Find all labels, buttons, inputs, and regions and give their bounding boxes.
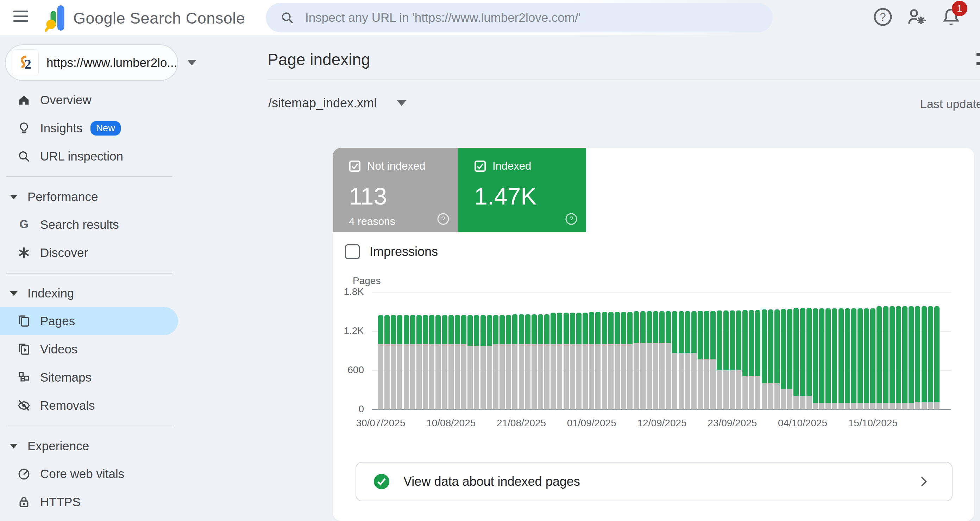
- chart-bar[interactable]: [429, 315, 434, 409]
- chart-bar[interactable]: [889, 306, 895, 409]
- chart-bar[interactable]: [755, 310, 760, 409]
- user-settings-icon[interactable]: [906, 6, 927, 27]
- chart-bar[interactable]: [404, 315, 409, 409]
- chart-bar[interactable]: [410, 315, 415, 409]
- impressions-toggle[interactable]: Impressions: [345, 244, 438, 259]
- chart-bar[interactable]: [921, 306, 927, 409]
- chart-bar[interactable]: [768, 309, 773, 409]
- sidebar-item-https[interactable]: HTTPS: [0, 488, 180, 516]
- unchecked-checkbox-icon[interactable]: [345, 244, 360, 259]
- sidebar-item-core-web-vitals[interactable]: Core web vitals: [0, 460, 180, 488]
- chart-bar[interactable]: [621, 312, 626, 409]
- chart-bar[interactable]: [557, 312, 562, 409]
- chart-bar[interactable]: [864, 308, 869, 409]
- chart-bar[interactable]: [615, 312, 620, 409]
- chart-bar[interactable]: [576, 312, 582, 409]
- clipped-export-icon[interactable]: [977, 62, 980, 65]
- chart-bar[interactable]: [838, 308, 844, 409]
- chart-bar[interactable]: [896, 306, 901, 409]
- chart-bar[interactable]: [474, 315, 479, 409]
- chart-bar[interactable]: [525, 314, 530, 409]
- sidebar-section-performance[interactable]: Performance: [0, 183, 180, 210]
- sidebar-item-removals[interactable]: Removals: [0, 392, 180, 420]
- chart-bar[interactable]: [685, 311, 690, 409]
- chart-bar[interactable]: [902, 306, 907, 409]
- chart-bar[interactable]: [570, 312, 575, 409]
- chart-bar[interactable]: [749, 310, 754, 409]
- chart-bar[interactable]: [691, 311, 697, 409]
- chart-bar[interactable]: [544, 314, 549, 409]
- chart-bar[interactable]: [781, 309, 786, 409]
- chart-bar[interactable]: [736, 311, 741, 409]
- sitemap-filter-dropdown[interactable]: /sitemap_index.xml: [268, 96, 406, 110]
- chart-bar[interactable]: [794, 308, 799, 409]
- clipped-export-icon[interactable]: [977, 53, 980, 56]
- checked-checkbox-icon[interactable]: [474, 160, 486, 172]
- chart-bar[interactable]: [423, 315, 428, 409]
- sidebar-item-insights[interactable]: InsightsNew: [0, 114, 180, 142]
- chart-bar[interactable]: [915, 306, 920, 409]
- chart-bar[interactable]: [506, 315, 511, 409]
- chart-bar[interactable]: [487, 315, 492, 409]
- view-indexed-pages-link[interactable]: View data about indexed pages: [356, 462, 953, 501]
- chart-bar[interactable]: [710, 311, 716, 409]
- chart-bar[interactable]: [934, 306, 940, 409]
- chart-bar[interactable]: [704, 311, 709, 409]
- url-inspect-input[interactable]: [304, 10, 746, 25]
- chart-bar[interactable]: [742, 310, 748, 409]
- chart-bar[interactable]: [563, 312, 569, 409]
- chart-bar[interactable]: [787, 309, 792, 409]
- chart-bar[interactable]: [417, 315, 422, 409]
- chart-bar[interactable]: [397, 315, 402, 409]
- sidebar-section-experience[interactable]: Experience: [0, 432, 180, 460]
- chart-bar[interactable]: [500, 315, 505, 409]
- hamburger-menu-icon[interactable]: [13, 11, 28, 23]
- chart-bar[interactable]: [531, 314, 537, 409]
- chart-bar[interactable]: [442, 315, 447, 409]
- chart-bar[interactable]: [877, 306, 882, 409]
- chart-bar[interactable]: [762, 309, 767, 409]
- chart-bar[interactable]: [582, 312, 588, 409]
- chart-bar[interactable]: [512, 314, 517, 409]
- chart-bar[interactable]: [659, 311, 665, 409]
- chart-bar[interactable]: [813, 308, 818, 409]
- url-inspect-searchbar[interactable]: [266, 3, 773, 32]
- help-icon[interactable]: ?: [564, 212, 578, 226]
- chart-bar[interactable]: [493, 315, 498, 409]
- chart-bar[interactable]: [634, 311, 639, 409]
- chart-bar[interactable]: [653, 311, 658, 409]
- chart-bar[interactable]: [480, 315, 486, 409]
- chart-bar[interactable]: [775, 309, 780, 409]
- chart-bar[interactable]: [602, 312, 607, 409]
- sidebar-section-indexing[interactable]: Indexing: [0, 279, 180, 307]
- sidebar-item-overview[interactable]: Overview: [0, 86, 180, 114]
- chart-bar[interactable]: [461, 315, 466, 409]
- chart-bar[interactable]: [647, 311, 652, 409]
- chart-bar[interactable]: [717, 311, 722, 409]
- not-indexed-summary-card[interactable]: Not indexed 113 4 reasons ?: [332, 148, 458, 232]
- chart-bar[interactable]: [819, 308, 824, 409]
- chart-bar[interactable]: [455, 315, 460, 409]
- sidebar-item-videos[interactable]: Videos: [0, 335, 180, 363]
- sidebar-item-url-inspection[interactable]: URL inspection: [0, 142, 180, 170]
- chart-bar[interactable]: [698, 311, 703, 409]
- sidebar-item-sitemaps[interactable]: Sitemaps: [0, 363, 180, 392]
- chart-bar[interactable]: [384, 315, 390, 409]
- sidebar-item-pages[interactable]: Pages: [0, 307, 178, 335]
- chart-bar[interactable]: [436, 315, 441, 409]
- chart-bar[interactable]: [672, 311, 677, 409]
- chart-bar[interactable]: [826, 308, 831, 409]
- chart-bar[interactable]: [608, 312, 614, 409]
- chart-bar[interactable]: [679, 311, 684, 409]
- chart-bar[interactable]: [627, 312, 633, 409]
- chart-bar[interactable]: [378, 315, 383, 409]
- chart-bar[interactable]: [730, 311, 735, 409]
- chart-bar[interactable]: [723, 311, 729, 409]
- chart-bar[interactable]: [870, 308, 875, 409]
- indexing-bar-chart[interactable]: 1.8K1.2K6000: [372, 292, 951, 409]
- chart-bar[interactable]: [468, 315, 473, 409]
- help-icon[interactable]: ?: [872, 6, 893, 27]
- chart-bar[interactable]: [858, 308, 863, 409]
- chart-bar[interactable]: [391, 315, 396, 409]
- chart-bar[interactable]: [449, 315, 454, 409]
